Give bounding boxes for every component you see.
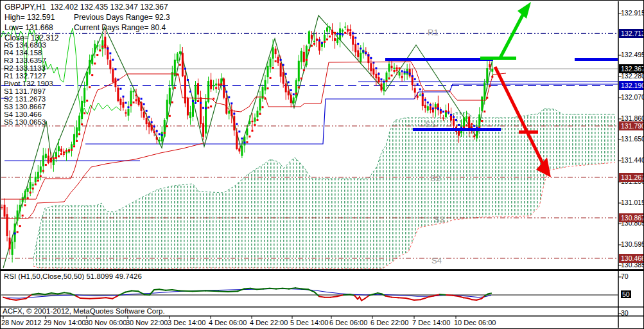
level-caption-S4: S4 — [431, 256, 442, 265]
price-tick: 131.015 — [621, 199, 644, 206]
level-caption-R1: R1 — [428, 28, 439, 37]
time-tick: 4 Dec 06:00 — [209, 319, 247, 326]
price-tick: 132.495 — [621, 51, 644, 58]
price-tick: 132.070 — [621, 93, 644, 101]
price-box: 130.466 — [619, 254, 644, 263]
chart-window: R1S1S2S3S4 GBPJPY,H1 132.402 132.435 132… — [0, 0, 644, 329]
pivot-row-S1: S1 131.7897 — [4, 87, 46, 95]
price-tick: 130.595 — [621, 240, 644, 248]
price-tick: 131.440 — [621, 156, 644, 164]
price-box: 131.267 — [619, 173, 644, 182]
time-tick: 30 Nov 22:00 — [126, 319, 168, 326]
pivot-row-R5: R5 134.6803 — [4, 41, 46, 49]
high-label: High= 132.591 — [4, 12, 55, 22]
rsi-tick: 70 — [621, 272, 629, 280]
pivot-row-S4: S4 130.466 — [4, 111, 42, 118]
price-box: 131.790 — [619, 121, 644, 130]
price-box: 132.367 — [619, 64, 644, 73]
support-resistance-line — [413, 128, 501, 131]
rsi-indicator-label: RSI (H1,50,Close,50,50) 51.8099 49.7426 — [4, 272, 142, 280]
rsi-tick: 30 — [621, 309, 629, 317]
copyright-text: ACFX, © 2001-2012, MetaQuotes Software C… — [3, 307, 165, 315]
level-caption-S2: S2 — [430, 173, 440, 183]
time-tick: 4 Dec 22:00 — [250, 319, 288, 326]
price-tick: 132.915 — [621, 9, 644, 17]
price-box: 132.190 — [619, 81, 644, 90]
time-tick: 5 Dec 14:00 — [290, 319, 328, 326]
pivot-row-S2: S2 131.2673 — [4, 95, 46, 103]
time-tick: 7 Dec 14:00 — [412, 319, 450, 326]
entry-level-bar — [480, 57, 516, 60]
time-tick: 6 Dec 22:00 — [370, 319, 408, 326]
pivot-row-S3: S3 130.8667 — [4, 103, 46, 111]
support-resistance-line — [575, 58, 618, 61]
price-box: 130.867 — [619, 213, 644, 222]
time-tick: 10 Dec 06:00 — [454, 319, 496, 326]
pivot-row-Pivot: Pivot 132.1903 — [4, 80, 53, 87]
time-tick: 30 Nov 06:00 — [85, 319, 126, 326]
price-box: 132.713 — [619, 29, 644, 38]
prev-range-label: Previous Days Range= 92.3 — [74, 12, 170, 22]
support-resistance-line — [385, 58, 493, 61]
symbol-ohlc-line: GBPJPY,H1 132.402 132.435 132.347 132.36… — [4, 2, 168, 12]
pivot-row-R2: R2 133.1133 — [4, 64, 46, 72]
pivot-row-R3: R3 133.6357 — [4, 57, 46, 64]
rsi-tick: 50 — [621, 290, 631, 298]
cur-range-label: Current Days Range= 80.4 — [74, 22, 166, 33]
time-tick: 3 Dec 14:00 — [168, 319, 205, 326]
time-tick: 28 Nov 2012 — [1, 319, 41, 326]
pivot-row-R4: R4 134.158 — [4, 49, 42, 57]
price-tick: 131.650 — [621, 135, 644, 143]
time-tick: 29 Nov 14:00 — [44, 319, 85, 326]
level-caption-S3: S3 — [434, 215, 444, 224]
time-tick: 6 Dec 06:00 — [329, 319, 367, 326]
pivot-row-R1: R1 132.7127 — [4, 72, 46, 80]
level-caption-S1: S1 — [425, 120, 435, 129]
low-label: Low= 131.668 — [4, 22, 53, 33]
pivot-row-S5: S5 130.0653 — [4, 118, 46, 126]
